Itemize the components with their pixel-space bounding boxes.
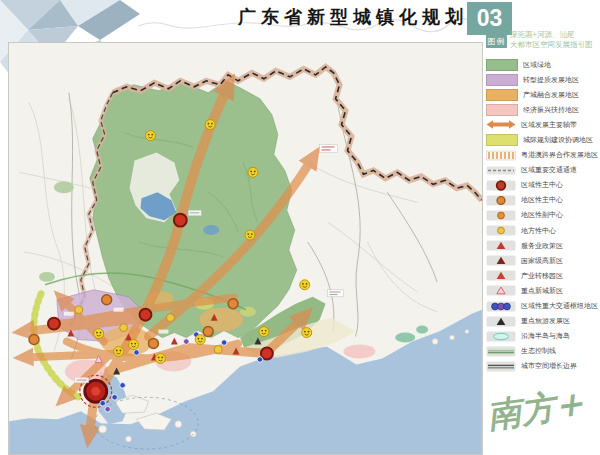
hightech-zone-icon [486,255,516,266]
double-arrow-icon [486,119,516,130]
legend-item: 服务业政策区 [486,238,599,253]
green-patch [54,181,74,193]
planning-map-page: 广东省新型城镇化规划 03 图例 深莞惠+河源、汕尾 大都市区空间发展指引图 区… [0,0,600,455]
page-number-badge: 03 [467,2,512,35]
hatched-swatch-icon [486,150,516,161]
subtitle-line-2: 大都市区空间发展指引图 [510,40,600,50]
map-subtitle: 深莞惠+河源、汕尾 大都市区空间发展指引图 [510,30,600,50]
district-main-center [203,327,213,337]
legend-item: 区域性重大交通枢纽地区 [486,299,599,314]
district-main-center [228,299,238,309]
subtitle-line-1: 深莞惠+河源、汕尾 [510,30,600,40]
local-center [120,324,128,332]
legend-item: 生态控制线 [486,344,599,359]
regional-main-center [48,318,60,330]
legend-item: 区域发展主要轴带 [486,117,599,132]
legend-item: 地区性主中心 [486,193,599,208]
area-swatch-icon [486,59,518,71]
legend-item: 转型提质发展地区 [486,72,599,87]
economic-support-zone [344,345,376,359]
map-canvas [8,42,483,455]
legend-item: 区域性主中心 [486,178,599,193]
district-main-center [29,335,39,345]
legend-title-tab: 图例 [486,34,507,48]
regional-main-center [174,214,187,227]
local-center-icon [486,225,516,236]
page-title: 广东省新型城镇化规划 [238,5,468,29]
legend-panel: 区域绿地 转型提质发展地区 产城融合发展地区 经济振兴扶持地区 区域发展主要轴带… [486,57,599,374]
district-subcenter-icon [486,210,516,221]
legend-item: 城际规划建设协调地区 [486,132,599,147]
local-center [214,346,222,354]
growth-boundary-icon [486,361,516,372]
regional-main-center [140,309,152,321]
district-center-icon [486,195,516,206]
newtown-icon [486,285,516,296]
nanfang-plus-watermark: 南方+ [484,378,600,439]
green-patch [395,333,415,343]
service-zone-icon [486,240,516,251]
legend-item: 国家级高新区 [486,253,599,268]
map-graphic [9,43,482,454]
green-patch [39,272,55,282]
legend-item: 产城融合发展地区 [486,87,599,102]
area-swatch-icon [486,89,518,101]
district-main-center [148,339,158,349]
tourism-zone-icon [486,316,516,327]
eco-line-icon [486,346,516,357]
legend-item: 沿海半岛与海岛 [486,329,599,344]
dashed-line-icon [486,165,516,176]
area-swatch-icon [486,74,518,86]
legend-item: 城市空间增长边界 [486,359,599,374]
reservoir [203,225,219,235]
legend-item: 地区性副中心 [486,208,599,223]
legend-item: 产业转移园区 [486,268,599,283]
legend-item: 区域重要交通通道 [486,163,599,178]
area-swatch-icon [486,104,518,116]
peninsula-island-icon [486,331,516,342]
legend-item: 区域绿地 [486,57,599,72]
legend-item: 重点旅游发展区 [486,314,599,329]
regional-main-center [261,348,273,360]
industry-park-icon [486,270,516,281]
area-swatch-icon [486,134,518,146]
local-center [75,306,83,314]
legend-item: 重点新城新区 [486,283,599,298]
transport-hub-icon [486,301,516,312]
legend-item: 粤港澳跨界合作发展地区 [486,148,599,163]
legend-item: 经济振兴扶持地区 [486,102,599,117]
legend-item: 地方性中心 [486,223,599,238]
regional-center-icon [486,180,516,191]
local-center [166,314,174,322]
green-patch [416,326,428,334]
district-main-center [102,295,112,305]
